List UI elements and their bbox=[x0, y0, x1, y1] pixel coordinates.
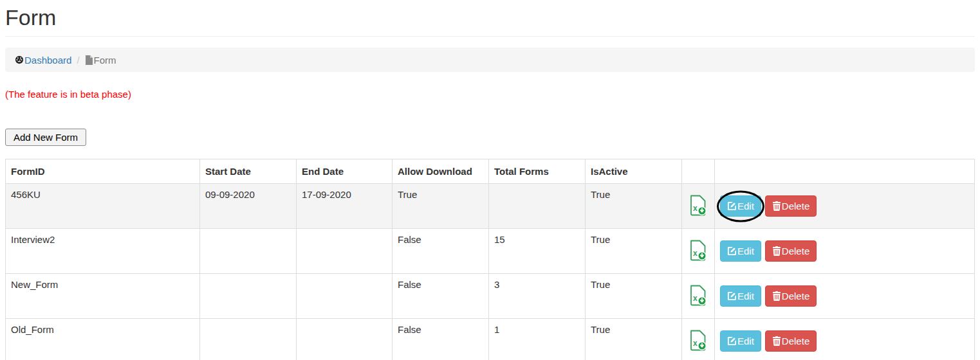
cell-allow-download: False bbox=[393, 319, 489, 360]
excel-download-icon[interactable]: x bbox=[689, 194, 707, 216]
cell-is-active: True bbox=[586, 184, 682, 229]
table-row: Interview2 False 15 True x bbox=[6, 229, 975, 274]
breadcrumb-item-form: Form bbox=[85, 55, 116, 66]
edit-icon bbox=[727, 291, 737, 301]
cell-end-date bbox=[297, 319, 393, 360]
page: Form Dashboard / bbox=[0, 5, 980, 360]
edit-button[interactable]: Edit bbox=[720, 195, 761, 217]
table-row: New_Form False 3 True x bbox=[6, 274, 975, 319]
dashboard-icon bbox=[15, 55, 24, 64]
cell-end-date: 17-09-2020 bbox=[297, 184, 393, 229]
trash-icon bbox=[772, 201, 781, 211]
cell-actions: Edit Delete bbox=[715, 274, 975, 319]
trash-icon bbox=[772, 291, 781, 301]
edit-icon bbox=[727, 336, 737, 346]
col-header-start-date: Start Date bbox=[200, 159, 297, 184]
cell-form-id: 456KU bbox=[6, 184, 200, 229]
trash-icon bbox=[772, 336, 781, 346]
col-header-isactive: IsActive bbox=[586, 159, 682, 184]
svg-text:x: x bbox=[693, 204, 698, 213]
delete-button[interactable]: Delete bbox=[765, 195, 817, 217]
svg-text:x: x bbox=[693, 294, 698, 303]
edit-icon bbox=[727, 246, 737, 256]
cell-allow-download: False bbox=[393, 229, 489, 274]
delete-button[interactable]: Delete bbox=[765, 285, 817, 307]
excel-download-icon[interactable]: x bbox=[689, 284, 707, 306]
cell-actions: Edit Delete bbox=[715, 319, 975, 360]
edit-button[interactable]: Edit bbox=[720, 330, 761, 352]
edit-button-label: Edit bbox=[737, 245, 754, 257]
cell-start-date bbox=[200, 274, 297, 319]
breadcrumb-separator: / bbox=[71, 55, 84, 66]
breadcrumb: Dashboard / Form bbox=[5, 48, 975, 72]
form-table: FormID Start Date End Date Allow Downloa… bbox=[5, 159, 975, 360]
cell-start-date: 09-09-2020 bbox=[200, 184, 297, 229]
cell-excel: x bbox=[682, 229, 715, 274]
add-new-form-button[interactable]: Add New Form bbox=[5, 129, 86, 146]
cell-is-active: True bbox=[586, 274, 682, 319]
cell-actions: Edit Delete bbox=[715, 229, 975, 274]
breadcrumb-label: Form bbox=[94, 55, 116, 66]
form-table-wrap: FormID Start Date End Date Allow Downloa… bbox=[5, 159, 975, 360]
col-header-total-forms: Total Forms bbox=[489, 159, 586, 184]
col-header-actions bbox=[715, 159, 975, 184]
delete-button-label: Delete bbox=[782, 245, 809, 257]
delete-button-label: Delete bbox=[782, 200, 809, 212]
cell-allow-download: True bbox=[393, 184, 489, 229]
col-header-excel bbox=[682, 159, 715, 184]
trash-icon bbox=[772, 246, 781, 256]
cell-start-date bbox=[200, 319, 297, 360]
col-header-end-date: End Date bbox=[297, 159, 393, 184]
svg-text:x: x bbox=[693, 249, 698, 258]
delete-button-label: Delete bbox=[782, 335, 809, 347]
cell-is-active: True bbox=[586, 319, 682, 360]
cell-total-forms bbox=[489, 184, 586, 229]
edit-icon bbox=[727, 201, 737, 211]
cell-excel: x bbox=[682, 274, 715, 319]
cell-end-date bbox=[297, 274, 393, 319]
cell-total-forms: 1 bbox=[489, 319, 586, 360]
cell-total-forms: 3 bbox=[489, 274, 586, 319]
cell-form-id: New_Form bbox=[6, 274, 200, 319]
form-table-body: 456KU 09-09-2020 17-09-2020 True True x bbox=[6, 184, 975, 360]
col-header-allow-download: Allow Download bbox=[393, 159, 489, 184]
table-row: 456KU 09-09-2020 17-09-2020 True True x bbox=[6, 184, 975, 229]
cell-is-active: True bbox=[586, 229, 682, 274]
excel-download-icon[interactable]: x bbox=[689, 239, 707, 261]
cell-actions: Edit Delete bbox=[715, 184, 975, 229]
delete-button-label: Delete bbox=[782, 290, 809, 302]
cell-form-id: Interview2 bbox=[6, 229, 200, 274]
beta-phase-notice: (The feature is in beta phase) bbox=[5, 89, 975, 100]
edit-button-label: Edit bbox=[737, 200, 754, 212]
dashboard-link[interactable]: Dashboard bbox=[15, 55, 71, 66]
edit-button-label: Edit bbox=[737, 290, 754, 302]
cell-form-id: Old_Form bbox=[6, 319, 200, 360]
col-header-formid: FormID bbox=[6, 159, 200, 184]
page-title: Form bbox=[5, 5, 975, 37]
excel-download-icon[interactable]: x bbox=[689, 329, 707, 351]
file-icon bbox=[85, 55, 93, 65]
breadcrumb-label: Dashboard bbox=[24, 55, 71, 66]
table-row: Old_Form False 1 True x bbox=[6, 319, 975, 360]
breadcrumb-item-dashboard[interactable]: Dashboard bbox=[15, 55, 71, 66]
cell-total-forms: 15 bbox=[489, 229, 586, 274]
delete-button[interactable]: Delete bbox=[765, 240, 817, 262]
cell-excel: x bbox=[682, 184, 715, 229]
table-header-row: FormID Start Date End Date Allow Downloa… bbox=[6, 159, 975, 184]
svg-text:x: x bbox=[693, 339, 698, 348]
delete-button[interactable]: Delete bbox=[765, 330, 817, 352]
edit-button-label: Edit bbox=[737, 335, 754, 347]
cell-excel: x bbox=[682, 319, 715, 360]
edit-button[interactable]: Edit bbox=[720, 240, 761, 262]
edit-button[interactable]: Edit bbox=[720, 285, 761, 307]
cell-end-date bbox=[297, 229, 393, 274]
cell-allow-download: False bbox=[393, 274, 489, 319]
cell-start-date bbox=[200, 229, 297, 274]
